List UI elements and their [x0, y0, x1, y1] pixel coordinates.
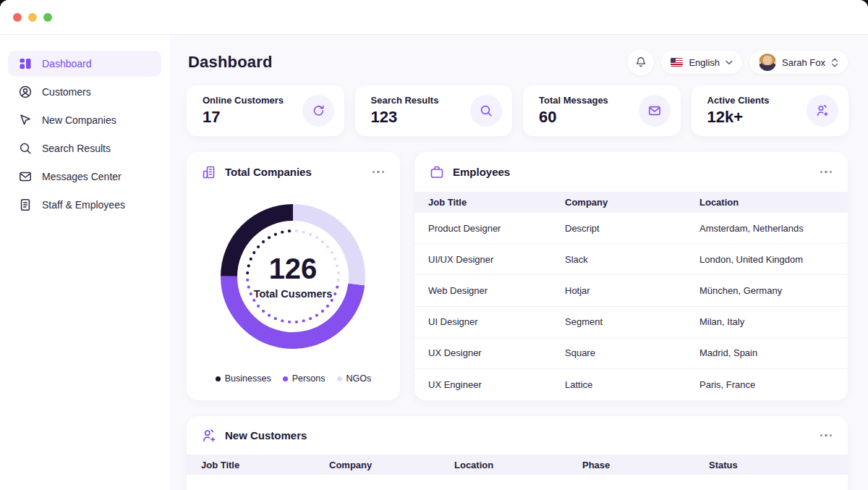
companies-donut-chart: 126 Total Cusomers	[221, 204, 365, 349]
user-name: Sarah Fox	[782, 57, 825, 68]
chevron-up-down-icon	[831, 58, 838, 67]
cell-job-title: UX Designer	[428, 347, 565, 358]
sidebar: Dashboard Customers New Companies Search…	[0, 35, 169, 490]
notifications-button[interactable]	[628, 49, 654, 75]
table-row: UX Engineer Lattice Paris, France	[414, 369, 848, 400]
column-header: Company	[565, 197, 699, 208]
document-icon	[18, 198, 33, 212]
chevron-down-icon	[726, 60, 733, 65]
avatar	[759, 54, 776, 71]
card-title: New Customers	[225, 429, 307, 442]
cell-company: Hotjar	[565, 285, 699, 296]
maximize-window-button[interactable]	[43, 13, 52, 22]
table-row: UI Designer Segment Milan, Italy	[414, 307, 848, 338]
sidebar-item-staff-employees[interactable]: Staff & Employees	[8, 192, 161, 218]
column-header: Location	[699, 197, 848, 208]
cell-location: Milan, Italy	[699, 316, 848, 327]
table-row: UX Designer Square Madrid, Spain	[414, 338, 848, 369]
column-header: Job Title	[428, 197, 565, 208]
cell-location: Amsterdam, Netherlands	[699, 223, 848, 234]
chart-legend: BusinessesPersonsNGOs	[187, 373, 400, 384]
sidebar-item-messages-center[interactable]: Messages Center	[8, 164, 161, 190]
sidebar-item-label: New Companies	[42, 114, 116, 126]
user-plus-icon	[201, 428, 217, 444]
employees-table-header: Job Title Company Location	[414, 192, 848, 213]
mail-icon	[639, 95, 671, 127]
page-title: Dashboard	[188, 53, 273, 72]
card-title: Employees	[453, 166, 510, 178]
legend-item: Persons	[283, 373, 326, 384]
stat-card-online-customers: Online Customers 17	[187, 85, 344, 136]
header-controls: English Sarah Fox	[628, 49, 848, 75]
legend-label: NGOs	[346, 373, 372, 384]
total-companies-card: Total Companies 126 Total Cusomers Busin…	[187, 152, 400, 400]
minimize-window-button[interactable]	[28, 13, 37, 22]
sidebar-item-customers[interactable]: Customers	[8, 79, 161, 105]
more-menu[interactable]	[819, 430, 834, 442]
more-menu[interactable]	[819, 166, 834, 178]
legend-label: Businesses	[225, 373, 271, 384]
window-titlebar	[0, 0, 868, 35]
cell-location: München, Germany	[699, 285, 848, 296]
user-circle-icon	[18, 85, 33, 99]
sidebar-item-new-companies[interactable]: New Companies	[8, 107, 161, 133]
user-plus-icon	[807, 95, 838, 127]
table-row: UI/UX Designer Slack London, United King…	[414, 244, 848, 275]
cell-job-title: Web Designer	[428, 285, 565, 296]
search-icon	[18, 141, 33, 156]
user-menu[interactable]: Sarah Fox	[749, 51, 848, 74]
legend-label: Persons	[292, 373, 326, 384]
card-header: New Customers	[187, 416, 848, 455]
briefcase-icon	[429, 164, 445, 180]
search-icon	[470, 95, 502, 127]
stat-card-active-clients: Active Clients 12k+	[692, 85, 849, 136]
card-header: Total Companies	[187, 152, 400, 192]
cursor-icon	[18, 113, 33, 127]
bell-icon	[634, 56, 647, 69]
cell-location: Madrid, Spain	[699, 347, 848, 358]
app-window: Dashboard Customers New Companies Search…	[0, 0, 868, 490]
sidebar-item-label: Customers	[42, 86, 91, 98]
table-row: Product Designer Descript Amsterdam, Net…	[414, 213, 848, 244]
column-header: Phase	[582, 460, 709, 470]
cell-company: Segment	[565, 316, 699, 327]
close-window-button[interactable]	[13, 13, 22, 22]
cell-job-title: UI Designer	[428, 316, 565, 327]
page-header: Dashboard English Sarah	[188, 46, 848, 78]
dashboard-icon	[18, 56, 33, 71]
cell-company: Slack	[565, 254, 699, 265]
sidebar-item-label: Search Results	[42, 143, 111, 154]
sidebar-item-label: Dashboard	[42, 58, 92, 69]
card-header: Employees	[414, 152, 848, 192]
cell-location: Paris, France	[699, 379, 848, 390]
cell-location: London, United Kingdom	[699, 254, 848, 265]
stats-row: Online Customers 17 Search Results 123	[187, 85, 848, 136]
window-controls	[13, 13, 52, 22]
stat-card-search-results: Search Results 123	[355, 85, 513, 136]
new-customers-card: New Customers Job Title Company Location…	[187, 416, 848, 490]
us-flag-icon	[671, 58, 683, 67]
cell-job-title: UI/UX Designer	[428, 254, 565, 265]
sidebar-item-dashboard[interactable]: Dashboard	[8, 51, 161, 77]
mail-icon	[18, 169, 33, 184]
card-title: Total Companies	[225, 166, 312, 178]
legend-item: Businesses	[216, 373, 271, 384]
column-header: Company	[329, 460, 454, 470]
cell-job-title: UX Engineer	[428, 379, 565, 390]
table-row: Web Designer Hotjar München, Germany	[414, 275, 848, 306]
legend-dot	[283, 376, 288, 381]
column-header: Location	[454, 460, 582, 470]
sidebar-item-label: Staff & Employees	[42, 199, 125, 211]
stat-card-total-messages: Total Messages 60	[523, 85, 681, 136]
more-menu[interactable]	[371, 166, 386, 178]
language-selector[interactable]: English	[661, 51, 742, 74]
building-icon	[201, 164, 217, 180]
employees-card: Employees Job Title Company Location Pro…	[414, 152, 848, 400]
employees-table-body: Product Designer Descript Amsterdam, Net…	[414, 213, 848, 400]
cell-company: Square	[565, 347, 699, 358]
column-header: Status	[709, 460, 848, 470]
legend-dot	[216, 376, 221, 381]
donut-chart-svg	[221, 204, 365, 349]
main-content: Dashboard English Sarah	[169, 35, 868, 490]
sidebar-item-search-results[interactable]: Search Results	[8, 135, 161, 161]
